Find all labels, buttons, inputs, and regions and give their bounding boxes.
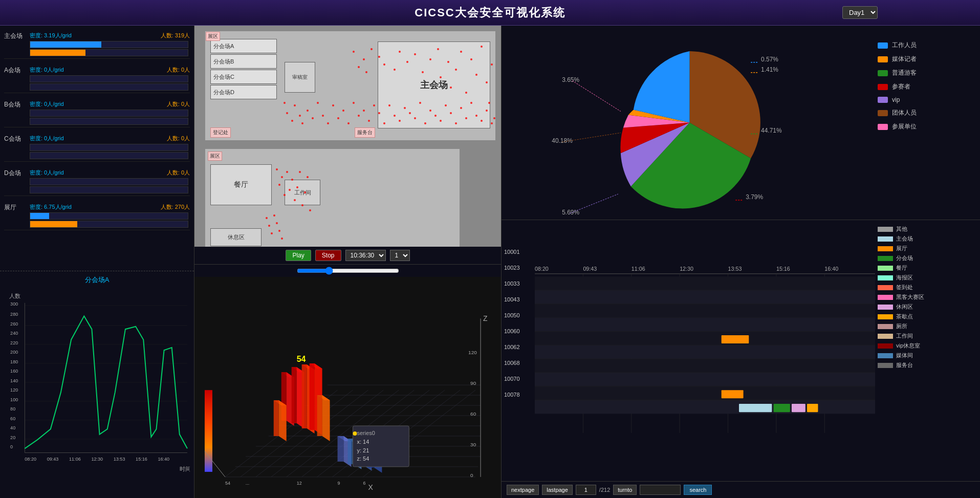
gantt-id-10078: 10078 [504, 387, 535, 402]
svg-point-68 [299, 115, 301, 117]
svg-text:3.79%: 3.79% [746, 193, 763, 201]
legend-other: 其他 [878, 225, 975, 233]
svg-rect-238 [535, 345, 875, 359]
svg-text:140: 140 [10, 378, 18, 383]
3d-chart-section: X Z 0 30 60 90 120 54 ... 12 9 6 [194, 277, 501, 498]
time-slider[interactable] [297, 267, 399, 275]
total-pages: /212 [599, 487, 610, 493]
svg-text:15:16: 15:16 [136, 457, 147, 462]
venue-row-A会场: A会场 密度: 0人/grid 人数: 0人 [4, 64, 190, 93]
svg-text:...: ... [246, 481, 249, 486]
legend-label-poster: 海报区 [896, 274, 913, 282]
svg-text:120: 120 [10, 387, 18, 393]
count-label: 人数: 319人 [161, 32, 190, 39]
legend-color-group [878, 110, 888, 116]
svg-line-218 [572, 81, 621, 112]
count-label: 人数: 270人 [161, 203, 190, 211]
page-number-input[interactable] [576, 485, 596, 495]
svg-marker-180 [274, 400, 279, 436]
bar-bg-orange [30, 49, 188, 56]
count-label: 人数: 0人 [167, 135, 190, 142]
svg-text:54: 54 [297, 355, 306, 363]
svg-rect-248 [807, 404, 818, 412]
svg-point-131 [271, 232, 273, 234]
legend-color-workroom [878, 334, 893, 339]
density-label: 密度: 6.75人/grid [30, 203, 72, 211]
top-area-label: 展区 [208, 151, 222, 161]
rest-area-map: 休息区 [210, 228, 262, 246]
svg-point-37 [371, 48, 373, 50]
venue-info: 密度: 0人/grid 人数: 0人 [30, 169, 190, 177]
venue-stats: 主会场 密度: 3.19人/grid 人数: 319人 [0, 26, 194, 271]
svg-rect-236 [535, 318, 875, 332]
stop-button[interactable]: Stop [315, 250, 341, 261]
svg-text:240: 240 [10, 331, 18, 336]
pie-legend: 工作人员 媒体记者 普通游客 参赛者 vip [873, 31, 975, 214]
venue-row-B会场: B会场 密度: 0人/grid 人数: 0人 [4, 98, 190, 127]
legend-label-main-hall: 主会场 [896, 235, 913, 243]
time-select[interactable]: 10:36:30 [345, 250, 386, 261]
svg-point-36 [363, 58, 365, 60]
svg-marker-183 [317, 395, 322, 436]
svg-text:12:30: 12:30 [91, 457, 103, 462]
svg-text:series0: series0 [357, 430, 375, 436]
svg-marker-186 [338, 436, 344, 462]
bar-bg-orange [30, 118, 188, 125]
venue-row-D会场: D会场 密度: 0人/grid 人数: 0人 [4, 167, 190, 196]
right-panel: 0.57% 1.41% 44.71% 3.79% 5.69% 40.18% 3.… [502, 26, 980, 498]
svg-rect-235 [535, 304, 875, 318]
search-button[interactable]: search [684, 485, 712, 495]
gantt-id-10050: 10050 [504, 308, 535, 322]
legend-color-vip [878, 97, 888, 103]
legend-label-media-room: 媒体间 [896, 352, 913, 359]
venue-name: 主会场 [4, 32, 30, 40]
bar-container [30, 144, 190, 159]
speed-select[interactable]: 1 2 4 [390, 250, 410, 261]
svg-point-113 [278, 184, 280, 186]
bar-bg-blue [30, 110, 188, 117]
legend-color-contestants [878, 84, 888, 90]
legend-label-exhibitors: 参展单位 [892, 122, 917, 131]
play-button[interactable]: Play [286, 250, 311, 261]
legend-label-contestants: 参赛者 [892, 82, 910, 91]
density-label: 密度: 0人/grid [30, 66, 64, 74]
svg-point-78 [347, 122, 350, 124]
legend-item-media: 媒体记者 [878, 55, 970, 63]
gantt-ids: 10001 10023 10033 10043 10050 10060 1006… [504, 223, 535, 479]
svg-text:16:40: 16:40 [158, 457, 169, 462]
svg-marker-174 [302, 364, 307, 428]
svg-point-64 [284, 102, 286, 104]
left-panel: 主会场 密度: 3.19人/grid 人数: 319人 [0, 26, 194, 498]
svg-text:z: 54: z: 54 [357, 456, 369, 462]
svg-point-112 [281, 176, 283, 178]
svg-text:80: 80 [10, 406, 15, 412]
nextpage-button[interactable]: nextpage [507, 485, 539, 495]
svg-text:12:30: 12:30 [680, 266, 693, 272]
svg-text:11:06: 11:06 [69, 457, 81, 462]
turnto-button[interactable]: turnto [613, 485, 637, 495]
lastpage-button[interactable]: lastpage [542, 485, 573, 495]
venue-name: B会场 [4, 100, 30, 109]
count-label: 人数: 0人 [167, 66, 190, 74]
gantt-id-10068: 10068 [504, 356, 535, 370]
search-input[interactable] [640, 485, 681, 495]
svg-text:0: 0 [10, 444, 13, 449]
legend-color-exhibitors [878, 124, 888, 130]
venue-info: 密度: 0人/grid 人数: 0人 [30, 66, 190, 74]
main-layout: 主会场 密度: 3.19人/grid 人数: 319人 [0, 26, 980, 498]
svg-marker-184 [322, 395, 330, 441]
legend-main-hall: 主会场 [878, 235, 975, 243]
day-selector[interactable]: Day1 Day2 Day3 [842, 6, 878, 19]
density-label: 密度: 0人/grid [30, 169, 64, 177]
svg-point-124 [309, 209, 311, 211]
line-chart-title: 分会场A [4, 275, 190, 285]
svg-text:5.69%: 5.69% [562, 209, 579, 214]
pagination: nextpage lastpage /212 turnto search [502, 481, 980, 498]
svg-point-77 [342, 110, 344, 112]
svg-text:15:16: 15:16 [776, 266, 790, 272]
svg-point-81 [363, 110, 365, 112]
svg-line-214 [570, 194, 618, 213]
svg-text:20: 20 [10, 435, 15, 440]
bar-bg-orange [30, 152, 188, 159]
svg-text:280: 280 [10, 312, 18, 317]
